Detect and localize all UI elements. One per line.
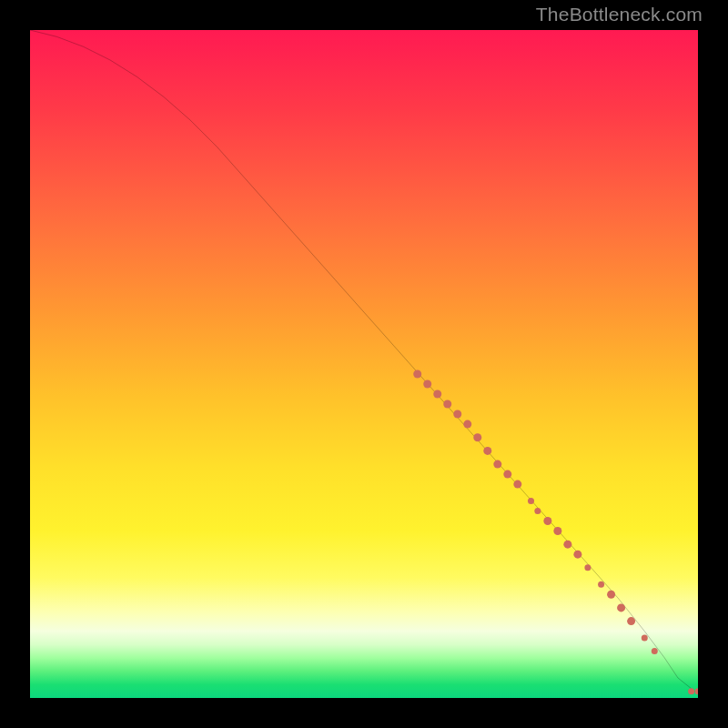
plot-area — [30, 30, 698, 698]
watermark-text: TheBottleneck.com — [536, 4, 703, 25]
chart-stage: TheBottleneck.com — [0, 0, 728, 728]
